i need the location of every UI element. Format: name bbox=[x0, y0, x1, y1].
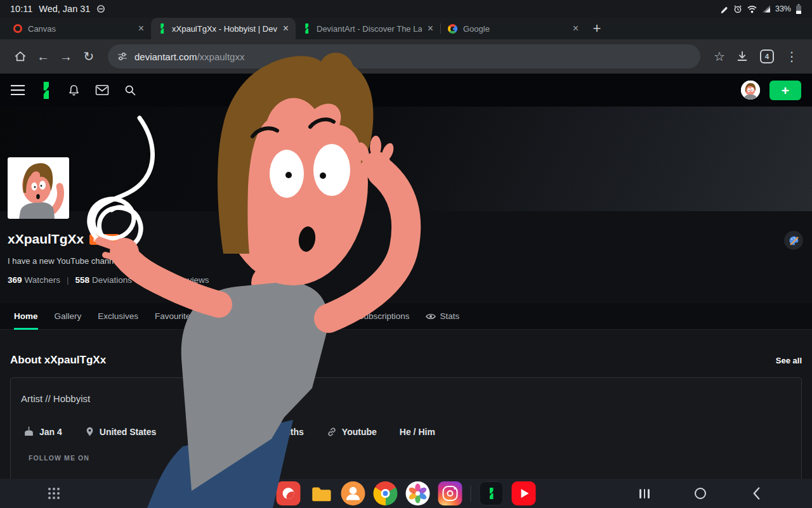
about-details: Jan 4 United States months Youtube bbox=[23, 426, 435, 437]
instagram-app-icon[interactable] bbox=[438, 481, 462, 505]
deviantart-favicon-icon bbox=[158, 23, 166, 34]
tab-stats[interactable]: Stats bbox=[426, 303, 459, 330]
chrome-app-icon[interactable] bbox=[374, 481, 398, 505]
notifications-bell-icon[interactable] bbox=[67, 84, 81, 97]
clock-text: 10:11 bbox=[10, 4, 32, 14]
gallery-app-icon[interactable] bbox=[406, 481, 430, 505]
red-app-icon[interactable] bbox=[277, 481, 301, 505]
bookmark-button[interactable]: ☆ bbox=[710, 48, 728, 65]
status-icons: 33% bbox=[720, 4, 802, 15]
link-icon bbox=[327, 427, 337, 437]
profile-tagline: I have a new YouTube channel bbox=[8, 256, 120, 266]
contacts-app-icon[interactable] bbox=[341, 481, 365, 505]
see-all-link[interactable]: See all bbox=[776, 356, 802, 365]
recents-button[interactable] bbox=[637, 486, 652, 501]
files-app-icon[interactable] bbox=[309, 481, 333, 505]
follow-me-label: FOLLOW ME ON bbox=[29, 454, 89, 462]
pageviews-stat[interactable]: Pageviews bbox=[167, 275, 209, 285]
battery-percent: 33% bbox=[775, 4, 791, 13]
tab-about[interactable]: About bbox=[319, 303, 341, 330]
home-button[interactable] bbox=[11, 48, 29, 65]
profile-tab-bar: Home Gallery Exclusives Favourites About… bbox=[0, 303, 812, 330]
watchers-stat[interactable]: 369Watchers bbox=[8, 275, 60, 285]
profile-avatar[interactable] bbox=[8, 157, 69, 219]
back-button[interactable]: ← bbox=[34, 48, 52, 65]
tune-icon bbox=[117, 51, 128, 62]
deviantart-logo[interactable] bbox=[39, 82, 53, 99]
browser-tab-discover[interactable]: DeviantArt - Discover The La × bbox=[296, 18, 440, 39]
youtube-app-icon[interactable] bbox=[512, 481, 536, 505]
deviant-for-item: months bbox=[272, 427, 304, 437]
tab-title: xXpaulTgXx - Hobbyist | Devi bbox=[172, 24, 277, 34]
home-nav-button[interactable] bbox=[693, 486, 708, 501]
browser-tab-profile[interactable]: xXpaulTgXx - Hobbyist | Devi × bbox=[151, 18, 296, 39]
profile-info: xXpaulTgXx CORE+ I have a new YouTube ch… bbox=[0, 211, 812, 303]
deviantart-favicon-icon bbox=[303, 23, 311, 34]
search-icon[interactable] bbox=[124, 84, 137, 97]
username-row: xXpaulTgXx CORE+ bbox=[8, 231, 119, 247]
profile-banner bbox=[0, 107, 812, 211]
tab-favourites[interactable]: Favourites bbox=[155, 303, 195, 330]
url-host: deviantart.com bbox=[134, 51, 197, 62]
birthday-item: Jan 4 bbox=[23, 426, 62, 437]
screen: 10:11 Wed, Jan 31 33% bbox=[0, 0, 812, 508]
messages-mail-icon[interactable] bbox=[95, 84, 109, 96]
cake-icon bbox=[23, 426, 34, 437]
website-item[interactable]: Youtube bbox=[327, 427, 377, 437]
youtube-play-icon bbox=[521, 489, 528, 498]
home-icon bbox=[695, 488, 706, 499]
user-avatar[interactable] bbox=[741, 81, 760, 100]
tab-gallery[interactable]: Gallery bbox=[55, 303, 82, 330]
eye-icon bbox=[426, 313, 436, 320]
artist-type: Artist // Hobbyist bbox=[21, 393, 90, 404]
nav-keys bbox=[637, 479, 764, 508]
browser-tab-canvas[interactable]: Canvas × bbox=[6, 18, 151, 39]
download-button[interactable] bbox=[733, 48, 751, 65]
refresh-button[interactable]: ↻ bbox=[80, 48, 98, 65]
tab-subscriptions[interactable]: Subscriptions bbox=[358, 303, 409, 330]
customize-page-button[interactable] bbox=[784, 231, 803, 250]
close-icon[interactable]: × bbox=[428, 23, 433, 34]
browser-toolbar: ← → ↻ deviantart.com/xxpaultgxx ☆ 4 ⋮ bbox=[0, 39, 812, 74]
palette-icon bbox=[789, 235, 799, 246]
app-drawer-button[interactable] bbox=[48, 488, 60, 499]
browser-tab-strip: Canvas × xXpaulTgXx - Hobbyist | Devi × … bbox=[0, 18, 812, 39]
tab-title: DeviantArt - Discover The La bbox=[317, 24, 422, 34]
url-text: deviantart.com/xxpaultgxx bbox=[134, 51, 244, 62]
stat-divider: | bbox=[67, 275, 69, 285]
back-nav-button[interactable] bbox=[749, 486, 764, 501]
url-path: /xxpaultgxx bbox=[197, 51, 244, 62]
close-icon[interactable]: × bbox=[283, 23, 289, 34]
chrome-center bbox=[381, 489, 390, 498]
instagram-dot bbox=[454, 488, 456, 490]
tab-home[interactable]: Home bbox=[14, 303, 38, 330]
submit-plus-button[interactable]: + bbox=[769, 81, 801, 100]
tab-switcher-button[interactable]: 4 bbox=[760, 49, 774, 63]
deviantart-app-icon[interactable] bbox=[480, 481, 504, 505]
url-bar[interactable]: deviantart.com/xxpaultgxx bbox=[108, 44, 700, 68]
status-bar: 10:11 Wed, Jan 31 33% bbox=[0, 0, 812, 18]
dnd-icon bbox=[96, 4, 105, 13]
about-heading: About xXpaulTgXx bbox=[10, 354, 106, 367]
date-text: Wed, Jan 31 bbox=[39, 4, 90, 14]
about-header: About xXpaulTgXx See all bbox=[10, 354, 802, 367]
recents-icon bbox=[639, 489, 650, 498]
close-icon[interactable]: × bbox=[138, 23, 144, 34]
deviations-stat[interactable]: 558Deviations bbox=[75, 275, 133, 285]
hamburger-menu-button[interactable] bbox=[11, 85, 25, 95]
browser-tab-google[interactable]: Google × bbox=[441, 18, 586, 39]
core-badge[interactable]: CORE+ bbox=[89, 234, 119, 245]
tab-exclusives[interactable]: Exclusives bbox=[98, 303, 138, 330]
instagram-lens bbox=[447, 490, 454, 497]
dock-divider bbox=[471, 485, 471, 502]
status-left: 10:11 Wed, Jan 31 bbox=[10, 4, 105, 14]
google-favicon-icon bbox=[448, 24, 457, 34]
close-icon[interactable]: × bbox=[573, 23, 579, 34]
site-header-right: + bbox=[741, 81, 801, 100]
overflow-menu-button[interactable]: ⋮ bbox=[783, 48, 801, 65]
canvas-favicon-icon bbox=[13, 24, 22, 33]
forward-button[interactable]: → bbox=[57, 48, 75, 65]
new-tab-button[interactable]: + bbox=[586, 18, 608, 39]
wifi-icon bbox=[747, 5, 757, 13]
tab-title: Canvas bbox=[28, 24, 133, 34]
